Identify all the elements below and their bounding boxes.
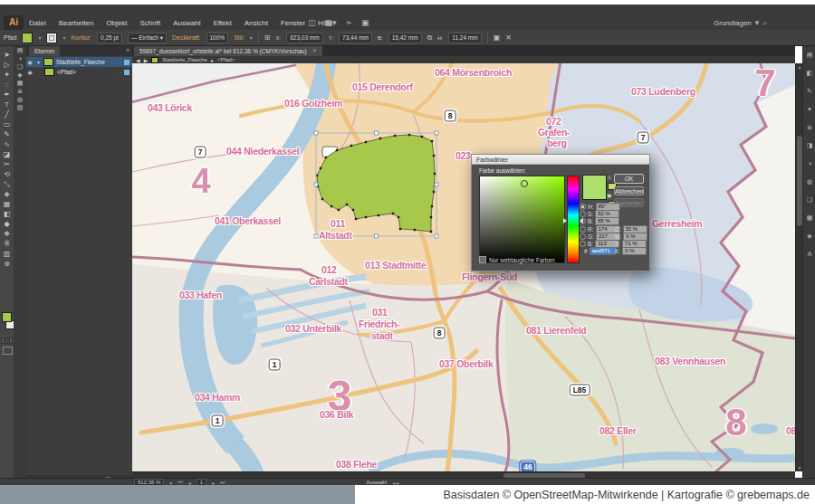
stroke-color-swatch[interactable]: [46, 33, 57, 43]
document-tab[interactable]: 59897_duesseldorf_ortsteile.ai* bei 612,…: [134, 46, 322, 56]
opacity-link[interactable]: Deckkraft:: [172, 34, 201, 41]
map-canvas[interactable]: 064 Mörsenbroich015 Derendorf016 Golzhei…: [132, 63, 795, 471]
hex-input[interactable]: aed971: [590, 247, 617, 255]
arrange-documents-icon[interactable]: ◫: [308, 18, 316, 27]
lasso-tool-icon[interactable]: ◌: [0, 80, 14, 90]
link-dimensions-icon[interactable]: ⧉: [427, 33, 433, 43]
close-icon[interactable]: ✕: [505, 33, 512, 42]
direct-selection-tool-icon[interactable]: ▷: [0, 60, 14, 70]
blend-tool-icon[interactable]: ❖: [0, 229, 14, 239]
draw-inside-icon[interactable]: [9, 338, 13, 344]
b2-radio[interactable]: [580, 241, 586, 247]
menu-item[interactable]: Schrift: [140, 19, 161, 27]
tab-layers[interactable]: Ebenen: [29, 46, 60, 56]
panel-icon-transparency[interactable]: ◑: [803, 155, 815, 173]
dock-icon-4[interactable]: ◈: [14, 71, 26, 79]
menu-item[interactable]: Effekt: [213, 19, 231, 27]
gradient-tool-icon[interactable]: ◧: [0, 209, 14, 219]
checkbox-icon[interactable]: [479, 256, 486, 263]
line-segment-tool-icon[interactable]: ╱: [0, 109, 14, 119]
s-radio[interactable]: [580, 211, 586, 217]
target-circle-icon[interactable]: ◦: [120, 70, 121, 75]
panel-icon-align[interactable]: ▦: [803, 209, 815, 227]
menu-item[interactable]: Auswahl: [173, 19, 200, 27]
dock-icon-7[interactable]: ◍: [14, 95, 26, 103]
panel-icon-appearance[interactable]: ◍: [803, 173, 815, 191]
rotate-tool-icon[interactable]: ⟲: [0, 169, 14, 179]
eyedropper-tool-icon[interactable]: ◆: [0, 219, 14, 229]
disclosure-triangle-icon[interactable]: ▼: [36, 60, 41, 65]
width-field[interactable]: 15,42 mm: [388, 33, 422, 43]
height-field[interactable]: 11,24 mm: [448, 33, 481, 43]
menu-item[interactable]: Ansicht: [244, 19, 268, 27]
panel-icon-type[interactable]: A: [803, 245, 815, 263]
shape-builder-tool-icon[interactable]: ◈: [0, 189, 14, 199]
dock-icon-5[interactable]: ▦: [14, 79, 26, 87]
mesh-tool-icon[interactable]: ▦: [0, 199, 14, 209]
visibility-eye-icon[interactable]: ◉: [26, 69, 34, 75]
layer-row-parent[interactable]: ◉ ▼ Stadtteile_Flaeche ◦: [26, 57, 132, 67]
dock-icon-8[interactable]: ▧: [14, 103, 26, 111]
hue-handle-left-icon[interactable]: [563, 218, 567, 223]
b-radio[interactable]: [580, 218, 586, 224]
g-radio[interactable]: [580, 233, 586, 240]
color-field[interactable]: [479, 176, 565, 263]
x-position-field[interactable]: 623,03 mm: [286, 33, 323, 43]
panel-icon-pathfinder[interactable]: ◈: [803, 227, 815, 245]
workspace-switcher[interactable]: Grundlagen ▾ ⌕: [714, 15, 767, 30]
dock-icon-2[interactable]: ◑: [14, 54, 26, 62]
panel-icon-gradient[interactable]: ◨: [803, 137, 815, 155]
paintbrush-tool-icon[interactable]: ✎: [0, 129, 14, 139]
gamut-warning-icon[interactable]: ⚠: [607, 174, 611, 180]
transform-icon[interactable]: ▣: [494, 33, 501, 42]
layout-icon[interactable]: ▦▾: [325, 18, 337, 27]
cancel-button[interactable]: Abbrechen: [614, 186, 644, 195]
breadcrumb-path[interactable]: <Pfad>: [217, 57, 235, 62]
fill-stroke-widget[interactable]: [2, 312, 13, 332]
panel-icon-color[interactable]: ▤: [803, 46, 815, 64]
web-cube-icon[interactable]: ▣: [607, 192, 612, 198]
menu-item[interactable]: Datei: [29, 19, 46, 27]
stroke-width-field[interactable]: 0,25 pt: [97, 33, 122, 43]
target-circle-icon[interactable]: ◦: [120, 60, 121, 65]
dialog-title[interactable]: Farbwähler: [472, 155, 649, 165]
dock-icon-1[interactable]: ▤: [14, 46, 26, 54]
layer-row-path[interactable]: ◉ <Pfad> ◦: [26, 67, 132, 77]
h-radio[interactable]: [580, 204, 586, 210]
menu-item[interactable]: Bearbeiten: [59, 19, 94, 27]
color-field-marker[interactable]: [521, 180, 528, 187]
bridge-icon[interactable]: ▣: [361, 18, 369, 27]
panel-icon-brushes[interactable]: ✎: [803, 82, 815, 100]
scale-tool-icon[interactable]: ⤡: [0, 179, 14, 189]
draw-normal-icon[interactable]: [1, 338, 5, 344]
rectangle-tool-icon[interactable]: ▭: [0, 119, 14, 129]
menu-item[interactable]: Fenster: [281, 19, 305, 27]
brush-style-dropdown[interactable]: — Einfach ▾: [128, 33, 167, 43]
style-link[interactable]: Stil:: [234, 34, 244, 41]
r-radio[interactable]: [580, 226, 586, 233]
opacity-field[interactable]: 100%: [206, 33, 229, 43]
stroke-panel-link[interactable]: Kontur:: [71, 34, 91, 41]
selection-color-chip[interactable]: [124, 60, 129, 65]
dock-icon-6[interactable]: ≣: [14, 87, 26, 95]
web-colors-checkbox-row[interactable]: Nur webtaugliche Farben: [479, 256, 555, 263]
dock-icon-3[interactable]: ❏: [14, 62, 26, 71]
panel-icon-symbols[interactable]: ✦: [803, 100, 815, 119]
b-input[interactable]: 85 %: [595, 217, 619, 225]
y-position-field[interactable]: 73,44 mm: [339, 33, 372, 43]
share-icon[interactable]: ➣: [346, 18, 353, 27]
k-input[interactable]: 0 %: [622, 247, 647, 255]
scissors-tool-icon[interactable]: ✂: [0, 159, 14, 169]
eraser-tool-icon[interactable]: ◪: [0, 149, 14, 159]
screen-mode-icon[interactable]: [3, 347, 13, 355]
panel-icon-graphicstyles[interactable]: ❏: [803, 191, 815, 209]
selection-tool-icon[interactable]: ➤: [0, 50, 14, 60]
zoom-tool-icon[interactable]: ⊕: [0, 259, 14, 269]
pen-tool-icon[interactable]: ✒: [0, 90, 14, 100]
visibility-eye-icon[interactable]: ◉: [26, 59, 34, 65]
panel-icon-stroke[interactable]: ≣: [803, 119, 815, 137]
fill-color-swatch[interactable]: [22, 33, 33, 43]
search-icon[interactable]: ⌕: [762, 18, 767, 28]
magic-wand-tool-icon[interactable]: ✦: [0, 70, 14, 80]
breadcrumb-layer[interactable]: Stadtteile_Flaeche: [162, 57, 207, 62]
